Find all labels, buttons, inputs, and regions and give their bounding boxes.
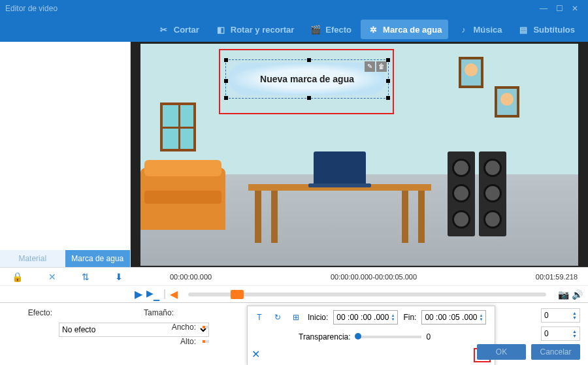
subtitle-icon: ▤ [517, 24, 529, 35]
video-preview: Nueva marca de agua ✎ 🗑 [131, 42, 588, 267]
effect-label: Efecto: [7, 308, 52, 317]
tab-material[interactable]: Material [0, 250, 65, 267]
music-icon: ♪ [457, 24, 469, 35]
play-to-end-icon[interactable]: ▶▁ [146, 288, 159, 301]
clapper-icon: 🎬 [310, 24, 321, 35]
ok-button[interactable]: OK [477, 344, 526, 360]
tool-effect[interactable]: 🎬Efecto [303, 20, 358, 39]
scissors-icon: ✂ [158, 24, 170, 35]
watermark-text: Nueva marca de agua [260, 74, 354, 84]
tool-watermark[interactable]: ✲Marca de agua [361, 20, 448, 39]
transparency-value: 0 [427, 332, 431, 341]
grid-icon[interactable]: ⊞ [289, 311, 302, 324]
scene-frame-2 [495, 86, 519, 118]
height-label: Alto: [157, 337, 196, 346]
titlebar: Editor de video — ☐ ✕ [0, 0, 588, 17]
watermark-object[interactable]: Nueva marca de agua ✎ 🗑 [225, 59, 389, 99]
volume-icon[interactable]: 🔊 [572, 289, 583, 300]
mark-in-icon[interactable]: ◀ [170, 288, 178, 300]
tool-subtitles[interactable]: ▤Subtítulos [511, 20, 581, 39]
tool-rotate-crop[interactable]: ◧Rotar y recortar [208, 20, 301, 39]
minimize-button[interactable]: — [536, 2, 551, 15]
close-button[interactable]: ✕ [567, 2, 583, 15]
left-panel: Material Marca de agua [0, 42, 131, 267]
play-icon[interactable]: ▶ [135, 288, 142, 300]
refresh-icon[interactable]: ↻ [271, 311, 284, 324]
crop-icon: ◧ [215, 24, 227, 35]
tool-music[interactable]: ♪Música [451, 20, 508, 39]
window-title: Editor de video [5, 4, 57, 13]
download-icon[interactable]: ⬇ [115, 272, 123, 282]
width-label: Ancho: [157, 323, 196, 332]
reel-icon: ✲ [367, 24, 379, 35]
tool-cut[interactable]: ✂Cortar [152, 20, 206, 39]
lock-icon[interactable]: 🔒 [12, 272, 23, 282]
scene-speakers [448, 151, 506, 236]
timeline-range: 00:00:00.000-00:00:05.000 [212, 273, 536, 281]
main-toolbar: ✂Cortar ◧Rotar y recortar 🎬Efecto ✲Marca… [0, 17, 588, 42]
timeline-clip[interactable] [231, 290, 244, 299]
snapshot-icon[interactable]: 📷 [558, 289, 569, 300]
watermark-delete-icon[interactable]: 🗑 [376, 61, 387, 72]
scene-frame-1 [459, 57, 483, 88]
watermark-highlight-box: Nueva marca de agua ✎ 🗑 [219, 49, 394, 114]
width-slider[interactable] [203, 326, 209, 328]
timeline-start: 00:00:00.000 [170, 273, 212, 281]
width-stepper[interactable]: 0▲▼ [541, 308, 580, 323]
properties-panel: Efecto: Tamaño: No efecto Ancho: Alto: [0, 303, 216, 365]
scene-window [160, 103, 196, 151]
delete-icon[interactable]: ✕ [48, 272, 56, 282]
height-slider[interactable] [203, 340, 209, 343]
end-label: Fin: [403, 313, 416, 322]
popup-close-icon[interactable]: ✕ [252, 348, 260, 362]
transparency-label: Transparencia: [299, 332, 351, 341]
transparency-slider[interactable] [356, 336, 421, 338]
scene-desk [248, 184, 431, 243]
end-time-field[interactable]: 00 :00 :05 .000▲▼ [421, 310, 486, 325]
timeline-end: 00:01:59.218 [536, 273, 578, 281]
size-label: Tamaño: [144, 308, 174, 317]
text-tool-icon[interactable]: T [253, 311, 266, 324]
adjust-icon[interactable]: ⇅ [82, 272, 90, 282]
timeline-track[interactable] [188, 293, 546, 296]
start-label: Inicio: [308, 313, 328, 322]
tab-watermark[interactable]: Marca de agua [65, 250, 131, 267]
cancel-button[interactable]: Cancelar [531, 344, 580, 360]
height-stepper[interactable]: 0▲▼ [541, 326, 580, 341]
maximize-button[interactable]: ☐ [551, 2, 567, 15]
watermark-timing-popup: T ↻ ⊞ Inicio: 00 :00 :00 .000▲▼ Fin: 00 … [247, 306, 495, 365]
watermark-edit-icon[interactable]: ✎ [365, 61, 375, 72]
scene-laptop [314, 151, 366, 184]
scene-couch [140, 168, 225, 230]
start-time-field[interactable]: 00 :00 :00 .000▲▼ [333, 310, 398, 325]
